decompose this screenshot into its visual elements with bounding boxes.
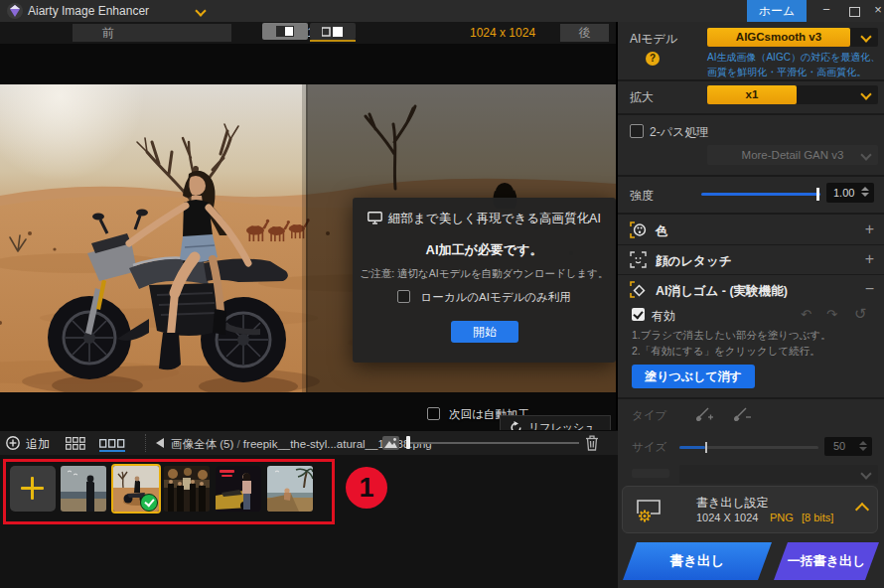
eraser-icon xyxy=(630,281,647,298)
settings-panel: AIモデル AIGCsmooth v3 ? AI生成画像（AIGC）の対応を最適… xyxy=(618,22,884,588)
two-pass-model-value: More-Detail GAN v3 xyxy=(742,149,844,161)
eraser-collapse-icon[interactable]: − xyxy=(865,280,874,298)
breadcrumb-filename: freepik__the-styl...atural__14488.png xyxy=(243,438,432,450)
tab-before[interactable]: 前 xyxy=(73,24,231,42)
scale-dropdown[interactable]: x1 xyxy=(707,85,878,104)
split-view-icon xyxy=(322,26,344,37)
breadcrumb-all-images[interactable]: 画像全体 (5) xyxy=(171,438,233,450)
close-button[interactable]: × xyxy=(866,0,884,22)
maximize-button[interactable] xyxy=(842,0,866,22)
export-settings-title: 書き出し設定 xyxy=(696,495,769,512)
app-menu-chevron-icon[interactable] xyxy=(195,5,206,16)
maximize-icon xyxy=(849,7,860,17)
dialog-title: 細部まで美しく再現できる高画質化AI xyxy=(388,212,601,225)
thumbnail-beach-palm[interactable] xyxy=(267,466,313,512)
brush-size-value-box: 50 xyxy=(824,437,872,456)
section-ai-eraser[interactable]: AI消しゴム - (実験機能) − xyxy=(618,276,884,304)
local-model-row[interactable]: ローカルのAIモデルのみ利用 xyxy=(353,290,616,305)
tab-after[interactable]: 後 xyxy=(560,24,609,42)
brush-type-label: タイプ xyxy=(632,408,666,423)
strength-slider-handle[interactable] xyxy=(816,188,819,201)
face-expand-icon[interactable]: + xyxy=(865,250,874,268)
dialog-subtitle: AI加工が必要です。 xyxy=(353,241,616,259)
thumbnail-beach[interactable] xyxy=(61,466,106,512)
strength-spinner[interactable] xyxy=(861,187,869,197)
clipped-option-dropdown xyxy=(679,465,878,484)
add-button[interactable]: 追加 xyxy=(6,435,58,452)
trash-icon[interactable] xyxy=(585,435,599,451)
clipped-option-chevron-icon xyxy=(860,468,871,479)
breadcrumb-separator: / xyxy=(236,438,239,450)
fill-erase-button[interactable]: 塗りつぶして消す xyxy=(632,365,755,388)
bottom-bar: 追加 画像全体 (5) / freepik__the-styl...atural… xyxy=(0,430,618,456)
add-circle-icon xyxy=(6,436,20,450)
brush-size-value: 50 xyxy=(833,440,845,452)
help-icon[interactable]: ? xyxy=(646,52,660,66)
local-model-checkbox[interactable] xyxy=(397,290,410,303)
strength-value: 1.00 xyxy=(833,187,854,199)
redo-icon[interactable]: ↷ xyxy=(826,307,837,322)
after-size-label: 1024 x 1024 xyxy=(470,26,535,40)
strength-label: 強度 xyxy=(630,188,654,205)
check-icon xyxy=(144,497,154,508)
undo-icon[interactable]: ↶ xyxy=(801,307,811,322)
toolbar-separator xyxy=(145,434,146,452)
strength-value-box[interactable]: 1.00 xyxy=(826,183,874,203)
thumbnail-strip: 1 xyxy=(0,455,618,588)
export-size-value: 1024 X 1024 xyxy=(696,512,758,523)
eraser-hint-1: 1.ブラシで消去したい部分を塗りつぶす。 xyxy=(632,329,831,343)
brush-subtract-button[interactable] xyxy=(733,405,752,422)
thumbnail-size-icon xyxy=(382,436,399,450)
export-settings-panel[interactable]: 書き出し設定 1024 X 1024 PNG [8 bits] xyxy=(622,486,878,533)
reset-icon[interactable]: ↺ xyxy=(854,305,867,323)
two-pass-checkbox[interactable] xyxy=(630,124,644,138)
add-image-tile[interactable] xyxy=(10,466,56,512)
dialog-note: ご注意: 適切なAIモデルを自動ダウンロードします。 xyxy=(353,267,616,281)
thumbnail-size-slider[interactable] xyxy=(405,442,579,444)
export-format-value: PNG xyxy=(770,512,794,523)
model-description-line2: 画質を鮮明化・平滑化・高画質化。 xyxy=(707,66,866,79)
scale-value: x1 xyxy=(707,85,797,104)
monitor-icon xyxy=(368,212,382,224)
grid-view-button[interactable] xyxy=(66,437,85,450)
list-view-underline xyxy=(99,450,125,452)
single-view-toggle[interactable] xyxy=(262,23,308,40)
ai-model-chevron-icon xyxy=(860,31,871,42)
section-face-retouch[interactable]: 顔のレタッチ + xyxy=(618,246,884,274)
export-button[interactable]: 書き出し xyxy=(623,542,772,580)
title-bar: Aiarty Image Enhancer ホーム − × xyxy=(0,0,884,23)
section-color-label: 色 xyxy=(656,223,668,240)
split-view-toggle[interactable] xyxy=(310,23,356,40)
section-color[interactable]: 色 + xyxy=(618,217,884,244)
thumbnail-size-handle[interactable] xyxy=(406,436,410,449)
export-bits-value: [8 bits] xyxy=(802,512,833,523)
list-view-button[interactable] xyxy=(99,439,125,448)
minimize-button[interactable]: − xyxy=(814,0,838,22)
eraser-enabled-checkbox[interactable] xyxy=(632,308,645,321)
ai-process-dialog: 細部まで美しく再現できる高画質化AI AI加工が必要です。 ご注意: 適切なAI… xyxy=(353,198,616,363)
strength-slider[interactable] xyxy=(701,193,820,196)
two-pass-model-dropdown: More-Detail GAN v3 xyxy=(707,145,878,165)
back-arrow-icon[interactable] xyxy=(156,438,164,448)
app-window: Aiarty Image Enhancer ホーム − × 前 1024 x 1… xyxy=(0,0,884,588)
add-label: 追加 xyxy=(26,436,50,453)
thumbnail-crowd[interactable] xyxy=(164,466,210,512)
scale-label: 拡大 xyxy=(630,89,654,106)
export-collapse-chevron-icon[interactable] xyxy=(855,503,869,516)
model-description-line1: AI生成画像（AIGC）の対応を最適化、 xyxy=(707,51,880,65)
home-button[interactable]: ホーム xyxy=(747,0,807,22)
ai-model-dropdown[interactable]: AIGCsmooth v3 xyxy=(707,28,878,47)
auto-process-checkbox[interactable] xyxy=(427,407,440,420)
batch-export-button[interactable]: 一括書き出し xyxy=(774,542,879,580)
color-expand-icon[interactable]: + xyxy=(865,220,874,238)
two-pass-label: 2-パス処理 xyxy=(650,124,708,141)
face-retouch-icon xyxy=(630,251,647,268)
dialog-title-row: 細部まで美しく再現できる高画質化AI xyxy=(353,211,616,227)
brush-size-slider-fill xyxy=(679,446,705,449)
thumbnail-car[interactable] xyxy=(216,466,261,512)
ai-model-value: AIGCsmooth v3 xyxy=(707,28,850,47)
annotation-step-number: 1 xyxy=(346,467,387,509)
start-button[interactable]: 開始 xyxy=(451,321,518,343)
color-palette-icon xyxy=(630,221,647,238)
brush-add-button[interactable] xyxy=(695,405,714,422)
